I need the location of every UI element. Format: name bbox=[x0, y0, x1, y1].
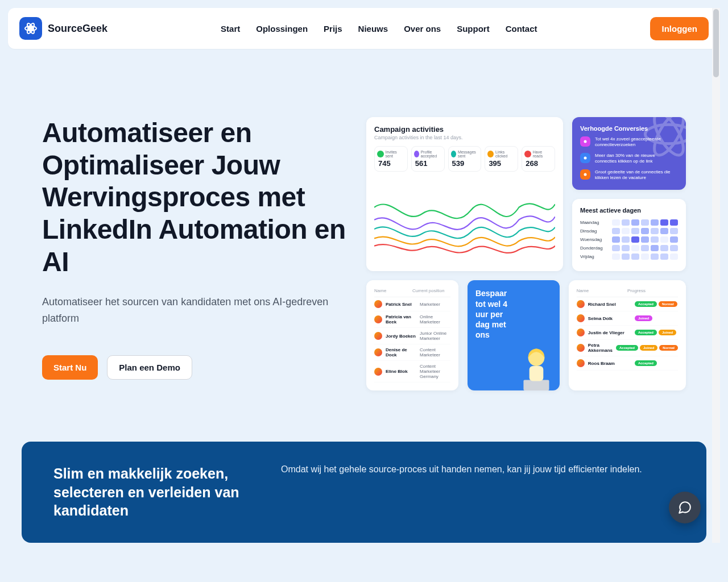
person-position: Content Marketeer bbox=[420, 347, 450, 357]
stat-label: Invites sent bbox=[386, 150, 405, 158]
person-name: Eline Blok bbox=[386, 369, 416, 374]
progress-head: Name Progress bbox=[577, 288, 678, 297]
campaign-stat: Messages sent 539 bbox=[448, 146, 482, 172]
chat-icon bbox=[677, 500, 692, 515]
conversion-text: Groot gedeelte van de connecties die kli… bbox=[595, 169, 678, 181]
brand[interactable]: SourceGeek bbox=[19, 17, 107, 40]
heatmap-cell bbox=[631, 253, 639, 260]
status-badge: Accepted bbox=[616, 345, 638, 351]
conversion-bullet-icon bbox=[580, 136, 590, 147]
people-card: Name Current position Patrick Snel Marke… bbox=[366, 280, 458, 390]
people-row: Eline Blok Content Marketeer Germany bbox=[374, 361, 450, 383]
start-nu-button[interactable]: Start Nu bbox=[42, 355, 98, 380]
campaign-stat: Invites sent 745 bbox=[374, 146, 408, 172]
campaign-stat: Links clicked 395 bbox=[485, 146, 518, 172]
hero-graphics: Campaign activities Campaign activities … bbox=[366, 117, 686, 390]
active-day-cells bbox=[612, 236, 678, 243]
people-row: Patrick Snel Marketeer bbox=[374, 297, 450, 311]
active-day-label: Maandag bbox=[580, 220, 609, 225]
conversions-card: Verhoogde Conversies Tot wel 4x zoveel g… bbox=[572, 117, 686, 190]
chat-fab[interactable] bbox=[669, 492, 701, 523]
navbar: SourceGeek Start Oplossingen Prijs Nieuw… bbox=[8, 8, 720, 49]
nav-link-contact[interactable]: Contact bbox=[506, 24, 537, 34]
stat-dot-icon bbox=[524, 151, 531, 157]
nav-link-prijs[interactable]: Prijs bbox=[324, 24, 342, 34]
active-day-cells bbox=[612, 253, 678, 260]
nav-link-support[interactable]: Support bbox=[457, 24, 490, 34]
person-name: Patricia van Beek bbox=[386, 314, 416, 325]
person-with-laptop-icon bbox=[519, 344, 554, 390]
status-badge: Normal bbox=[659, 301, 677, 307]
hero-left: Automatiseer en Optimaliseer Jouw Wervin… bbox=[42, 117, 349, 390]
heatmap-cell bbox=[622, 253, 630, 260]
status-badge: Joined bbox=[635, 315, 652, 321]
heatmap-cell bbox=[612, 245, 620, 251]
heatmap-cell bbox=[670, 253, 678, 260]
heatmap-cell bbox=[631, 219, 639, 226]
active-day-row: Maandag bbox=[580, 219, 678, 226]
heatmap-cell bbox=[641, 245, 649, 251]
active-day-row: Vrijdag bbox=[580, 253, 678, 260]
svg-rect-12 bbox=[530, 366, 544, 381]
progress-list: Richard Snel AcceptedNormal Selma Dolk J… bbox=[577, 297, 678, 371]
progress-row: Selma Dolk Joined bbox=[577, 311, 678, 326]
heatmap-cell bbox=[670, 245, 678, 251]
active-day-cells bbox=[612, 245, 678, 251]
active-day-label: Vrijdag bbox=[580, 254, 609, 259]
active-day-label: Dinsdag bbox=[580, 228, 609, 234]
heatmap-cell bbox=[660, 219, 668, 226]
heatmap-cell bbox=[660, 253, 668, 260]
atom-watermark-icon bbox=[640, 117, 686, 163]
svg-point-0 bbox=[30, 27, 32, 30]
stat-label: Links clicked bbox=[495, 150, 515, 158]
badges: AcceptedJoinedNormal bbox=[616, 345, 678, 351]
save-time-card: Bespaar tot wel 4 uur per dag met ons bbox=[468, 280, 560, 390]
avatar bbox=[577, 314, 585, 322]
heatmap-cell bbox=[660, 245, 668, 251]
heatmap-cell bbox=[612, 253, 620, 260]
hero-cta: Start Nu Plan een Demo bbox=[42, 355, 349, 380]
active-days-card: Meest actieve dagen MaandagDinsdagWoensd… bbox=[572, 199, 686, 272]
stat-value: 268 bbox=[524, 159, 538, 168]
nav-link-over-ons[interactable]: Over ons bbox=[404, 24, 441, 34]
person-position: Marketeer bbox=[420, 302, 450, 307]
heatmap-cell bbox=[622, 219, 630, 226]
status-badge: Normal bbox=[659, 345, 678, 351]
hero-title: Automatiseer en Optimaliseer Jouw Wervin… bbox=[42, 117, 349, 278]
avatar bbox=[374, 332, 382, 340]
scrollbar-track[interactable] bbox=[712, 8, 720, 543]
active-day-cells bbox=[612, 228, 678, 234]
svg-rect-10 bbox=[523, 380, 549, 390]
active-day-row: Woensdag bbox=[580, 236, 678, 243]
plan-demo-button[interactable]: Plan een Demo bbox=[107, 355, 192, 380]
scrollbar-thumb[interactable] bbox=[713, 9, 719, 77]
avatar bbox=[577, 300, 585, 308]
heatmap-cell bbox=[651, 253, 659, 260]
stat-value: 745 bbox=[377, 159, 391, 168]
avatar bbox=[374, 348, 382, 356]
nav-link-oplossingen[interactable]: Oplossingen bbox=[256, 24, 308, 34]
heatmap-cell bbox=[670, 228, 678, 234]
person-name: Denise de Dock bbox=[386, 347, 416, 357]
badges: AcceptedJoined bbox=[635, 330, 678, 335]
heatmap-cell bbox=[622, 245, 630, 251]
person-position: Junior Online Marketeer bbox=[420, 331, 450, 341]
stat-label: Profile accepted bbox=[421, 150, 442, 158]
people-head-name: Name bbox=[374, 288, 412, 293]
login-button[interactable]: Inloggen bbox=[650, 17, 709, 40]
campaign-stats: Invites sent 745 Profile accepted 561 Me… bbox=[374, 146, 555, 172]
avatar bbox=[374, 368, 382, 376]
people-row: Denise de Dock Content Marketeer bbox=[374, 344, 450, 361]
stat-dot-icon bbox=[487, 151, 494, 157]
conversion-item: Groot gedeelte van de connecties die kli… bbox=[580, 169, 678, 181]
heatmap-cell bbox=[641, 228, 649, 234]
heatmap-cell bbox=[622, 228, 630, 234]
nav-link-nieuws[interactable]: Nieuws bbox=[358, 24, 388, 34]
person-name: Roos Braam bbox=[588, 361, 631, 366]
stat-dot-icon bbox=[451, 151, 456, 157]
stat-dot-icon bbox=[414, 151, 419, 157]
people-head-position: Current position bbox=[412, 288, 450, 293]
nav-link-start[interactable]: Start bbox=[221, 24, 240, 34]
campaign-stat: Have reads 268 bbox=[522, 146, 555, 172]
heatmap-cell bbox=[631, 245, 639, 251]
